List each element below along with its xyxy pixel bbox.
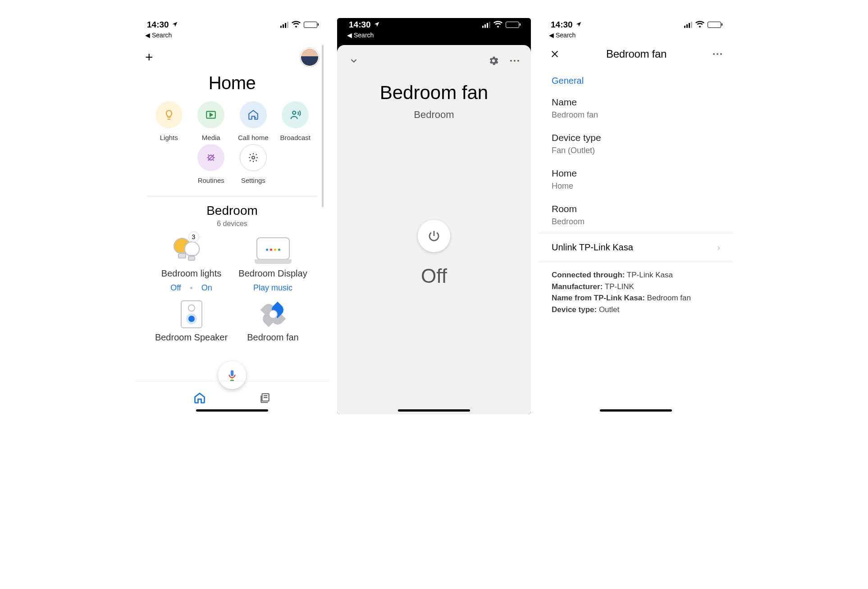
location-icon [374,20,380,30]
home-indicator[interactable] [196,409,268,412]
nav-feed-icon[interactable] [259,392,271,404]
more-icon[interactable] [713,53,722,55]
scrollbar[interactable] [322,45,324,207]
svg-rect-7 [232,378,233,380]
back-to-search[interactable]: ◀ Search [135,32,329,41]
display-icon [256,237,290,260]
chevron-down-icon[interactable] [349,56,359,66]
dot-separator [190,287,192,289]
broadcast-icon [289,109,302,121]
svg-point-1 [292,111,296,114]
device-room: Bedroom [337,109,531,121]
nav-home-icon[interactable] [193,392,206,404]
media-icon [205,109,217,121]
more-icon[interactable] [510,60,519,62]
avatar[interactable] [300,48,319,67]
location-icon [172,20,178,30]
settings-title: Bedroom fan [606,48,667,60]
back-to-search[interactable]: ◀ Search [539,32,733,41]
gear-icon[interactable] [488,55,499,67]
screen-device-settings: 14:30 ◀ Search Bedroom fan General Name … [539,18,733,414]
item-device-type[interactable]: Device type Fan (Outlet) [539,126,733,162]
statusbar-time: 14:30 [147,20,169,30]
action-routines[interactable]: Routines [191,144,232,184]
statusbar-time: 14:30 [349,20,371,30]
play-music-button[interactable]: Play music [253,283,292,293]
status-bar: 14:30 [539,18,733,32]
add-button[interactable]: + [145,50,153,64]
back-to-search[interactable]: ◀ Search [337,32,531,43]
quick-actions: Lights Media Call home Broadcast Routine… [135,98,329,193]
action-call-home[interactable]: Call home [233,101,274,141]
screen-device: 14:30 ◀ Search Bedroom fan Bedroom Off [337,18,531,414]
wifi-icon [493,20,503,29]
item-name[interactable]: Name Bedroom fan [539,91,733,126]
battery-icon [304,22,317,28]
statusbar-time: 14:30 [551,20,573,30]
svg-rect-5 [178,254,186,258]
location-icon [576,20,582,30]
section-general: General [539,67,733,91]
svg-rect-6 [188,256,195,260]
status-bar: 14:30 [135,18,329,32]
device-bedroom-display[interactable]: Bedroom Display Play music [232,234,314,293]
action-broadcast[interactable]: Broadcast [275,101,316,141]
action-settings[interactable]: Settings [233,144,274,184]
status-bar: 14:30 [337,18,531,32]
device-title: Bedroom fan [337,82,531,104]
room-name: Bedroom [135,204,329,218]
power-icon [427,229,441,243]
room-device-count: 6 devices [135,220,329,228]
item-unlink[interactable]: Unlink TP-Link Kasa › [539,233,733,262]
svg-point-4 [252,156,255,159]
call-home-icon [247,109,259,121]
cellular-icon [482,22,490,28]
wifi-icon [695,20,704,29]
device-metadata: Connected through: TP-Link Kasa Manufact… [539,262,733,322]
device-bedroom-fan[interactable]: Bedroom fan [232,298,314,343]
routines-icon [205,152,217,163]
action-lights[interactable]: Lights [149,101,189,141]
wifi-icon [292,20,301,29]
power-button[interactable] [418,220,450,252]
page-title: Home [135,73,329,93]
battery-icon [506,22,519,28]
device-state: Off [421,265,447,287]
home-indicator[interactable] [398,409,470,412]
lights-on-button[interactable]: On [201,283,212,293]
fan-icon [260,301,287,328]
divider [147,196,317,196]
screen-home: 14:30 ◀ Search + Home Lights Media Call … [135,18,329,414]
lights-count-badge: 3 [188,231,199,242]
item-home[interactable]: Home Home [539,162,733,197]
battery-icon [708,22,721,28]
device-bedroom-lights[interactable]: 3 Bedroom lights Off On [151,234,232,293]
speaker-icon [181,300,202,328]
chevron-right-icon: › [717,242,720,253]
device-bedroom-speaker[interactable]: Bedroom Speaker [151,298,232,343]
item-room[interactable]: Room Bedroom [539,197,733,233]
lights-off-button[interactable]: Off [170,283,181,293]
mic-icon [226,369,238,381]
home-indicator[interactable] [600,409,672,412]
action-media[interactable]: Media [191,101,232,141]
gear-icon [248,152,259,163]
cellular-icon [684,22,692,28]
cellular-icon [280,22,288,28]
close-icon[interactable] [550,49,560,59]
lightbulb-icon [163,109,175,121]
